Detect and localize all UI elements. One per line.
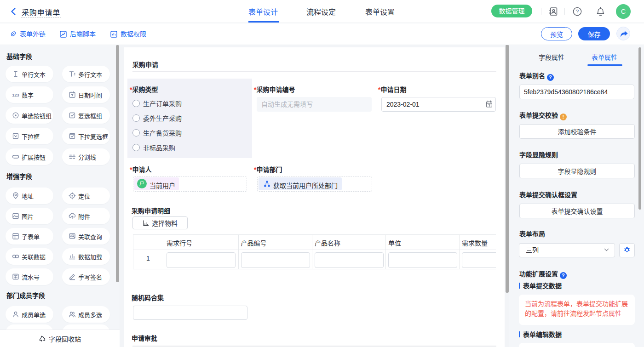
svg-text:?: ? bbox=[576, 9, 579, 14]
svg-text:123: 123 bbox=[12, 93, 19, 97]
